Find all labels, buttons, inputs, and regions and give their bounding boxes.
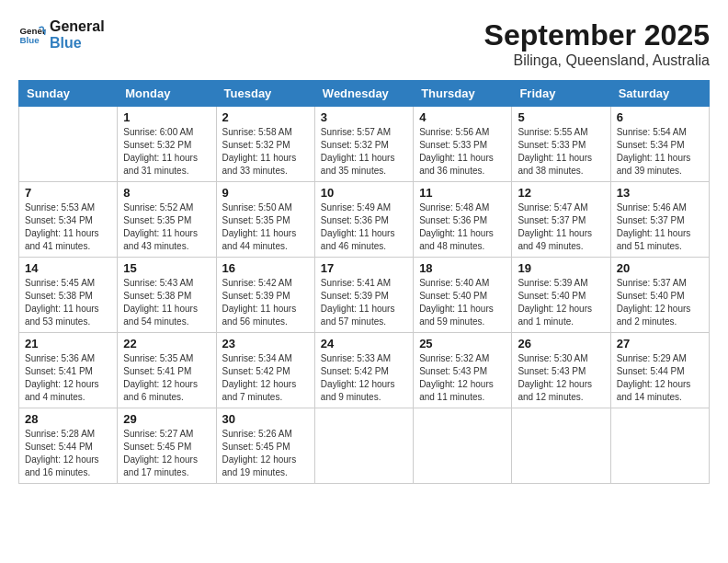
calendar-cell: 15Sunrise: 5:43 AM Sunset: 5:38 PM Dayli… [118,258,216,333]
day-info: Sunrise: 5:26 AM Sunset: 5:45 PM Dayligh… [222,428,309,479]
day-info: Sunrise: 5:45 AM Sunset: 5:38 PM Dayligh… [25,277,111,328]
svg-text:Blue: Blue [20,35,40,45]
calendar-cell: 3Sunrise: 5:57 AM Sunset: 5:32 PM Daylig… [314,107,413,182]
day-number: 11 [419,186,506,200]
day-number: 30 [222,412,309,426]
weekday-header: Saturday [610,81,709,107]
calendar-cell: 2Sunrise: 5:58 AM Sunset: 5:32 PM Daylig… [216,107,314,182]
day-number: 14 [25,261,111,275]
day-info: Sunrise: 5:54 AM Sunset: 5:34 PM Dayligh… [617,126,703,178]
calendar-cell: 30Sunrise: 5:26 AM Sunset: 5:45 PM Dayli… [216,408,314,484]
day-number: 21 [25,337,111,350]
calendar-cell: 24Sunrise: 5:33 AM Sunset: 5:42 PM Dayli… [314,333,413,408]
day-number: 3 [321,110,407,124]
calendar-cell: 27Sunrise: 5:29 AM Sunset: 5:44 PM Dayli… [610,333,709,408]
day-number: 23 [222,337,309,350]
day-info: Sunrise: 5:53 AM Sunset: 5:34 PM Dayligh… [25,201,111,253]
calendar-cell: 25Sunrise: 5:32 AM Sunset: 5:43 PM Dayli… [414,333,512,408]
day-number: 12 [518,186,604,200]
day-info: Sunrise: 5:43 AM Sunset: 5:38 PM Dayligh… [123,277,210,328]
day-info: Sunrise: 5:39 AM Sunset: 5:40 PM Dayligh… [518,277,604,328]
day-number: 6 [617,110,703,124]
location-subtitle: Bilinga, Queensland, Australia [484,52,710,69]
day-info: Sunrise: 5:58 AM Sunset: 5:32 PM Dayligh… [222,126,309,178]
day-number: 29 [123,412,210,426]
day-number: 4 [419,110,506,124]
day-info: Sunrise: 5:55 AM Sunset: 5:33 PM Dayligh… [518,126,604,178]
calendar-cell [19,107,118,182]
day-info: Sunrise: 5:50 AM Sunset: 5:35 PM Dayligh… [222,201,309,253]
calendar-cell: 12Sunrise: 5:47 AM Sunset: 5:37 PM Dayli… [512,182,610,258]
logo: General Blue General Blue [18,18,105,52]
day-info: Sunrise: 5:46 AM Sunset: 5:37 PM Dayligh… [617,201,703,253]
day-number: 27 [617,337,703,350]
day-info: Sunrise: 5:49 AM Sunset: 5:36 PM Dayligh… [321,201,407,253]
calendar-header: SundayMondayTuesdayWednesdayThursdayFrid… [19,81,710,107]
logo-icon: General Blue [18,21,46,49]
calendar-cell: 8Sunrise: 5:52 AM Sunset: 5:35 PM Daylig… [118,182,216,258]
calendar-cell: 14Sunrise: 5:45 AM Sunset: 5:38 PM Dayli… [19,258,118,333]
weekday-header: Friday [512,81,610,107]
calendar-cell: 11Sunrise: 5:48 AM Sunset: 5:36 PM Dayli… [414,182,512,258]
calendar-cell [414,408,512,484]
day-number: 28 [25,412,111,426]
day-info: Sunrise: 5:48 AM Sunset: 5:36 PM Dayligh… [419,201,506,253]
calendar-cell: 22Sunrise: 5:35 AM Sunset: 5:41 PM Dayli… [118,333,216,408]
calendar-cell: 16Sunrise: 5:42 AM Sunset: 5:39 PM Dayli… [216,258,314,333]
day-number: 25 [419,337,506,350]
calendar-cell: 23Sunrise: 5:34 AM Sunset: 5:42 PM Dayli… [216,333,314,408]
logo-general: General [50,18,105,35]
day-number: 17 [321,261,407,275]
calendar-cell [314,408,413,484]
calendar-cell: 13Sunrise: 5:46 AM Sunset: 5:37 PM Dayli… [610,182,709,258]
day-info: Sunrise: 5:41 AM Sunset: 5:39 PM Dayligh… [321,277,407,328]
day-info: Sunrise: 5:27 AM Sunset: 5:45 PM Dayligh… [123,428,210,479]
calendar-cell: 29Sunrise: 5:27 AM Sunset: 5:45 PM Dayli… [118,408,216,484]
day-number: 19 [518,261,604,275]
calendar-cell: 10Sunrise: 5:49 AM Sunset: 5:36 PM Dayli… [314,182,413,258]
day-number: 7 [25,186,111,200]
day-number: 16 [222,261,309,275]
day-number: 15 [123,261,210,275]
day-info: Sunrise: 5:36 AM Sunset: 5:41 PM Dayligh… [25,352,111,404]
calendar-cell: 7Sunrise: 5:53 AM Sunset: 5:34 PM Daylig… [19,182,118,258]
weekday-header: Wednesday [314,81,413,107]
calendar-cell: 1Sunrise: 6:00 AM Sunset: 5:32 PM Daylig… [118,107,216,182]
day-number: 1 [123,110,210,124]
calendar-cell: 4Sunrise: 5:56 AM Sunset: 5:33 PM Daylig… [414,107,512,182]
day-number: 26 [518,337,604,350]
calendar-cell: 18Sunrise: 5:40 AM Sunset: 5:40 PM Dayli… [414,258,512,333]
day-info: Sunrise: 5:29 AM Sunset: 5:44 PM Dayligh… [617,352,703,404]
calendar-cell [610,408,709,484]
calendar-cell: 21Sunrise: 5:36 AM Sunset: 5:41 PM Dayli… [19,333,118,408]
day-info: Sunrise: 5:30 AM Sunset: 5:43 PM Dayligh… [518,352,604,404]
day-number: 24 [321,337,407,350]
weekday-header: Thursday [414,81,512,107]
day-info: Sunrise: 5:28 AM Sunset: 5:44 PM Dayligh… [25,428,111,479]
weekday-header: Monday [118,81,216,107]
calendar-cell: 5Sunrise: 5:55 AM Sunset: 5:33 PM Daylig… [512,107,610,182]
day-info: Sunrise: 5:56 AM Sunset: 5:33 PM Dayligh… [419,126,506,178]
day-number: 9 [222,186,309,200]
day-number: 13 [617,186,703,200]
calendar-body: 1Sunrise: 6:00 AM Sunset: 5:32 PM Daylig… [19,107,710,484]
weekday-header: Sunday [19,81,118,107]
logo-blue: Blue [50,35,105,52]
day-info: Sunrise: 5:32 AM Sunset: 5:43 PM Dayligh… [419,352,506,404]
calendar-table: SundayMondayTuesdayWednesdayThursdayFrid… [18,80,710,484]
day-number: 18 [419,261,506,275]
calendar-cell: 28Sunrise: 5:28 AM Sunset: 5:44 PM Dayli… [19,408,118,484]
day-number: 10 [321,186,407,200]
day-info: Sunrise: 5:42 AM Sunset: 5:39 PM Dayligh… [222,277,309,328]
calendar-cell [512,408,610,484]
day-info: Sunrise: 5:57 AM Sunset: 5:32 PM Dayligh… [321,126,407,178]
day-number: 5 [518,110,604,124]
day-info: Sunrise: 5:52 AM Sunset: 5:35 PM Dayligh… [123,201,210,253]
day-info: Sunrise: 6:00 AM Sunset: 5:32 PM Dayligh… [123,126,210,178]
day-info: Sunrise: 5:35 AM Sunset: 5:41 PM Dayligh… [123,352,210,404]
calendar-cell: 6Sunrise: 5:54 AM Sunset: 5:34 PM Daylig… [610,107,709,182]
calendar-cell: 9Sunrise: 5:50 AM Sunset: 5:35 PM Daylig… [216,182,314,258]
day-info: Sunrise: 5:47 AM Sunset: 5:37 PM Dayligh… [518,201,604,253]
weekday-header: Tuesday [216,81,314,107]
day-info: Sunrise: 5:34 AM Sunset: 5:42 PM Dayligh… [222,352,309,404]
